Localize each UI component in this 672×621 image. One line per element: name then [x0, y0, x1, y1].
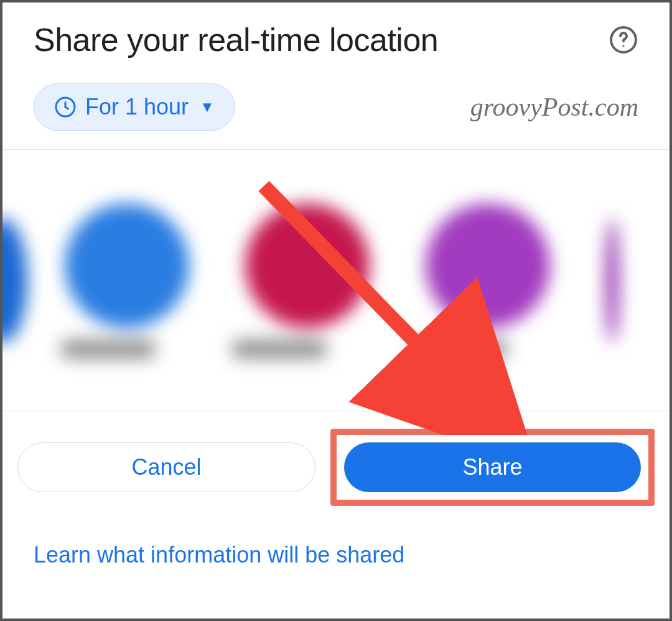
watermark-text: groovyPost.com: [470, 92, 638, 122]
contact-item[interactable]: [370, 203, 550, 358]
dialog-header: Share your real-time location: [2, 2, 670, 71]
share-highlight-box: Share: [330, 429, 655, 506]
contacts-carousel[interactable]: [2, 150, 670, 411]
avatar: [2, 218, 27, 343]
contact-name: [62, 340, 155, 358]
avatar: [606, 218, 618, 343]
contact-name: [233, 340, 326, 358]
dialog-title: Share your real-time location: [34, 21, 438, 58]
contact-item[interactable]: [550, 218, 618, 343]
chevron-down-icon: ▼: [200, 98, 215, 116]
contact-item[interactable]: [27, 203, 189, 358]
clock-icon: [54, 96, 77, 118]
avatar: [245, 203, 370, 328]
share-button[interactable]: Share: [344, 442, 641, 492]
svg-point-1: [622, 45, 624, 47]
avatar: [426, 203, 550, 328]
duration-chip[interactable]: For 1 hour ▼: [34, 83, 235, 131]
learn-more-link[interactable]: Learn what information will be shared: [2, 523, 670, 587]
contact-item[interactable]: [189, 203, 370, 358]
duration-label: For 1 hour: [85, 94, 189, 120]
duration-row: For 1 hour ▼ groovyPost.com: [2, 71, 670, 150]
help-icon[interactable]: [609, 25, 638, 55]
action-buttons: Cancel Share: [2, 411, 670, 523]
share-location-dialog: Share your real-time location For 1 hour…: [0, 0, 672, 621]
avatar: [65, 203, 189, 328]
contact-name: [413, 340, 506, 358]
contact-item[interactable]: [2, 218, 27, 343]
cancel-button[interactable]: Cancel: [17, 442, 315, 492]
